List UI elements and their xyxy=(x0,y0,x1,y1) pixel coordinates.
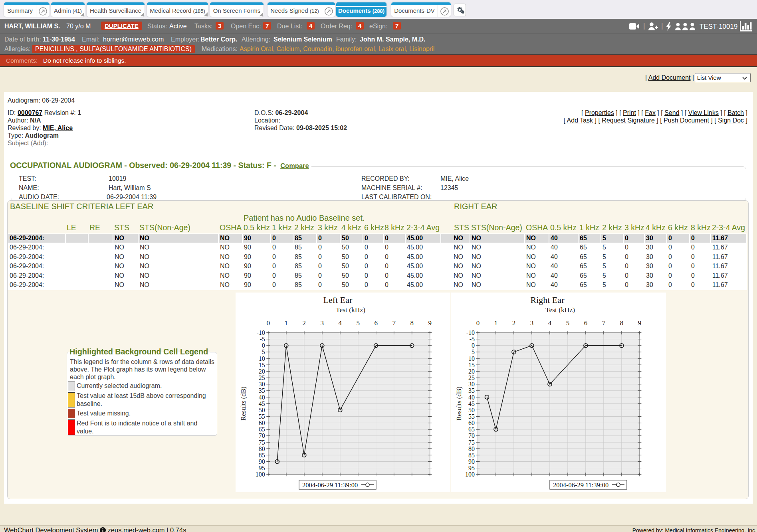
svg-text:65: 65 xyxy=(468,426,475,433)
svg-text:35: 35 xyxy=(468,387,475,394)
svg-text:15: 15 xyxy=(259,362,265,368)
svg-text:60: 60 xyxy=(259,419,265,426)
svg-text:5: 5 xyxy=(357,319,360,327)
svg-text:10: 10 xyxy=(468,355,475,362)
svg-text:0: 0 xyxy=(476,319,480,327)
svg-text:7: 7 xyxy=(392,319,396,327)
svg-text:30: 30 xyxy=(468,381,475,388)
svg-text:0: 0 xyxy=(472,342,475,349)
svg-text:2004-06-29 11:39:00: 2004-06-29 11:39:00 xyxy=(302,481,358,489)
svg-text:0: 0 xyxy=(262,342,265,349)
svg-text:85: 85 xyxy=(259,452,265,459)
svg-text:25: 25 xyxy=(259,374,265,381)
svg-text:30: 30 xyxy=(259,381,265,388)
svg-text:65: 65 xyxy=(259,426,265,433)
svg-text:90: 90 xyxy=(468,458,475,465)
svg-text:50: 50 xyxy=(468,407,475,413)
svg-text:3: 3 xyxy=(321,319,324,327)
svg-text:80: 80 xyxy=(259,445,265,452)
svg-text:15: 15 xyxy=(468,362,475,368)
svg-text:25: 25 xyxy=(468,374,475,381)
svg-text:85: 85 xyxy=(468,452,475,459)
svg-text:80: 80 xyxy=(468,445,475,452)
svg-text:70: 70 xyxy=(468,432,475,439)
svg-text:75: 75 xyxy=(259,439,265,446)
svg-text:-5: -5 xyxy=(470,336,475,342)
svg-text:2: 2 xyxy=(303,319,306,327)
svg-text:20: 20 xyxy=(468,368,475,375)
svg-text:Results (dB): Results (dB) xyxy=(240,386,247,420)
svg-text:5: 5 xyxy=(262,348,265,355)
svg-text:7: 7 xyxy=(602,319,606,327)
svg-text:100: 100 xyxy=(465,471,475,478)
svg-text:95: 95 xyxy=(259,465,265,471)
svg-text:100: 100 xyxy=(256,471,265,478)
svg-text:45: 45 xyxy=(468,400,475,407)
svg-text:-5: -5 xyxy=(260,336,265,342)
svg-text:Test (kHz): Test (kHz) xyxy=(545,306,575,314)
svg-text:20: 20 xyxy=(259,368,265,375)
svg-text:1: 1 xyxy=(285,319,288,327)
svg-text:35: 35 xyxy=(259,387,265,394)
svg-text:60: 60 xyxy=(468,419,475,426)
svg-text:40: 40 xyxy=(468,394,475,401)
svg-text:Left Ear: Left Ear xyxy=(323,295,353,305)
svg-text:6: 6 xyxy=(374,319,378,327)
svg-text:Test (kHz): Test (kHz) xyxy=(336,306,365,314)
svg-text:8: 8 xyxy=(410,319,414,327)
svg-text:4: 4 xyxy=(339,319,342,327)
svg-text:3: 3 xyxy=(530,319,534,327)
svg-text:5: 5 xyxy=(472,348,475,355)
svg-text:-10: -10 xyxy=(466,329,475,336)
svg-text:6: 6 xyxy=(584,319,588,327)
svg-text:70: 70 xyxy=(259,432,265,439)
svg-text:55: 55 xyxy=(468,413,475,420)
svg-text:Results (dB): Results (dB) xyxy=(455,386,463,420)
svg-text:Right Ear: Right Ear xyxy=(531,295,565,305)
svg-text:90: 90 xyxy=(259,458,265,465)
svg-text:-10: -10 xyxy=(256,329,265,336)
svg-text:2004-06-29 11:39:00: 2004-06-29 11:39:00 xyxy=(553,481,608,489)
svg-text:8: 8 xyxy=(620,319,624,327)
svg-text:9: 9 xyxy=(428,319,432,327)
svg-text:1: 1 xyxy=(494,319,498,327)
svg-text:45: 45 xyxy=(259,400,265,407)
svg-text:40: 40 xyxy=(259,394,265,401)
svg-text:10: 10 xyxy=(259,355,265,362)
svg-text:5: 5 xyxy=(566,319,570,327)
svg-text:9: 9 xyxy=(638,319,642,327)
svg-text:95: 95 xyxy=(468,465,475,471)
svg-text:2: 2 xyxy=(512,319,516,327)
svg-text:0: 0 xyxy=(267,319,270,327)
svg-text:4: 4 xyxy=(548,319,552,327)
svg-text:75: 75 xyxy=(468,439,475,446)
svg-text:55: 55 xyxy=(259,413,265,420)
svg-text:50: 50 xyxy=(259,407,265,413)
